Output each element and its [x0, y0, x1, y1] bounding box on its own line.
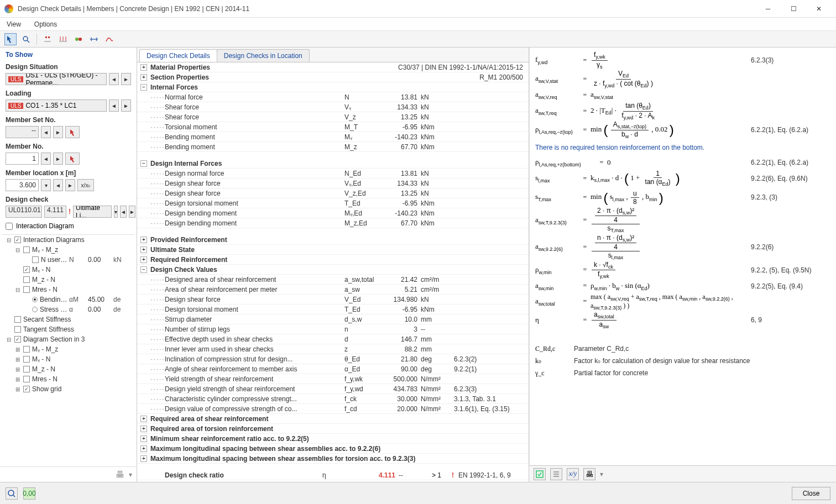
expander-icon[interactable]: +	[140, 74, 147, 81]
tree-checkbox[interactable]	[23, 366, 30, 372]
tree-expander[interactable]: ⊞	[14, 376, 21, 382]
tree-expander[interactable]: ⊞	[14, 366, 21, 372]
tab-design-check-details[interactable]: Design Check Details	[139, 49, 217, 62]
expander-icon[interactable]: +	[140, 237, 147, 243]
expander-icon[interactable]: +	[140, 416, 147, 422]
tree-radio[interactable]	[32, 307, 38, 312]
mn-prev-button[interactable]: ◄	[41, 153, 51, 165]
expander-icon[interactable]: +	[140, 246, 147, 253]
interaction-checkbox-input[interactable]	[6, 223, 13, 230]
tree-checkbox[interactable]	[14, 326, 21, 333]
tree-expander[interactable]: ⊟	[14, 247, 21, 253]
section-header[interactable]: +Required Reinforcement	[137, 255, 529, 265]
tree-expander[interactable]: ⊞	[14, 386, 21, 392]
ml-prev-button[interactable]: ◄	[53, 179, 63, 191]
tree-checkbox[interactable]	[23, 346, 30, 353]
section-header[interactable]: +Ultimate State	[137, 245, 529, 255]
section-header[interactable]: +Maximum longitudinal spacing between sh…	[137, 454, 529, 464]
design-situation-combo[interactable]: ULS DS1 - ULS (STR/GEO) - Permane...	[6, 73, 107, 85]
co-prev-button[interactable]: ◄	[109, 99, 119, 112]
rp-print-drop[interactable]: ▾	[600, 470, 603, 478]
tool-zoom-extents[interactable]	[20, 33, 32, 45]
expander-icon[interactable]: +	[140, 64, 147, 71]
section-header[interactable]: +Material PropertiesC30/37 | DIN EN 1992…	[137, 62, 529, 72]
tree-row[interactable]: ⊟Interaction Diagrams	[2, 235, 134, 245]
tree-row[interactable]: ⊟Mres - N	[2, 285, 134, 295]
ml-xx0-button[interactable]: x/x₀	[77, 179, 94, 191]
tree-row[interactable]: ⊟Diagram Section in 3	[2, 334, 134, 344]
tree-checkbox[interactable]	[14, 237, 21, 243]
expander-icon[interactable]: +	[140, 455, 147, 462]
dialog-close-button[interactable]: Close	[792, 487, 830, 500]
ms-next-button[interactable]: ►	[53, 126, 63, 138]
tree-row[interactable]: ⊟Mᵧ - M_z	[2, 245, 134, 255]
loading-combo[interactable]: ULS CO1 - 1.35 * LC1	[6, 99, 107, 112]
help-button[interactable]	[6, 487, 18, 500]
tree-row[interactable]: Stress plane aα0.00de	[2, 305, 134, 314]
expander-icon[interactable]: +	[140, 435, 147, 442]
rp-btn-2[interactable]	[550, 468, 562, 480]
dc-drop-button[interactable]: ▾	[114, 206, 118, 218]
tool-circles-icon[interactable]	[72, 33, 85, 45]
mn-next-button[interactable]: ►	[53, 153, 63, 165]
tree-row[interactable]: ⊞Mᵧ - M_z	[2, 344, 134, 354]
print-drop[interactable]: ▾	[129, 471, 132, 479]
ms-prev-button[interactable]: ◄	[41, 126, 51, 138]
member-no-input[interactable]	[6, 153, 39, 165]
member-set-input[interactable]: --	[6, 126, 39, 138]
tree-checkbox[interactable]	[14, 336, 21, 343]
expander-icon[interactable]: +	[140, 256, 147, 263]
dc-prev-button[interactable]: ◄	[120, 206, 127, 218]
tree-row[interactable]: ⊞M_z - N	[2, 364, 134, 374]
tree-expander[interactable]: ⊞	[14, 347, 21, 353]
tab-design-checks-location[interactable]: Design Checks in Location	[217, 49, 310, 62]
tree-row[interactable]: ⊞Mᵧ - N	[2, 354, 134, 364]
section-header[interactable]: −Design Check Values	[137, 265, 529, 275]
ds-next-button[interactable]: ►	[121, 73, 131, 85]
mn-pick-button[interactable]	[65, 153, 80, 165]
units-button[interactable]: 0,00	[23, 487, 35, 500]
tree-row[interactable]: M_z - N	[2, 275, 134, 285]
tree-checkbox[interactable]	[23, 386, 30, 392]
minimize-button[interactable]: ─	[755, 0, 781, 18]
tree-row[interactable]: Secant Stiffness	[2, 314, 134, 324]
ds-prev-button[interactable]: ◄	[109, 73, 119, 85]
expander-icon[interactable]: +	[140, 445, 147, 452]
tree-expander[interactable]: ⊟	[14, 287, 21, 293]
member-loc-input[interactable]	[6, 179, 39, 191]
section-header[interactable]: −Internal Forces	[137, 82, 529, 92]
print-icon[interactable]: 🖶	[116, 470, 124, 480]
expander-icon[interactable]: +	[140, 426, 147, 432]
ml-drop-button[interactable]: ▾	[41, 179, 51, 191]
tree-checkbox[interactable]	[23, 376, 30, 382]
section-header[interactable]: +Maximum longitudinal spacing between sh…	[137, 444, 529, 454]
interaction-checkbox[interactable]: Interaction Diagram	[6, 222, 131, 230]
section-header[interactable]: −Design Internal Forces	[137, 159, 529, 169]
tree-checkbox[interactable]	[14, 316, 21, 323]
expander-icon[interactable]: −	[140, 84, 147, 91]
tree-row[interactable]: Bending momαM45.00de	[2, 295, 134, 305]
co-next-button[interactable]: ►	[121, 99, 131, 112]
section-header[interactable]: +Section PropertiesR_M1 200/500	[137, 72, 529, 82]
section-header[interactable]: +Required area of shear reinforcement	[137, 414, 529, 424]
ml-next-button[interactable]: ►	[65, 179, 75, 191]
close-window-button[interactable]: ✕	[806, 0, 832, 18]
maximize-button[interactable]: ☐	[781, 0, 806, 18]
tool-dims-icon[interactable]	[88, 33, 100, 45]
tree-row[interactable]: Mᵧ - N	[2, 265, 134, 275]
menu-options[interactable]: Options	[34, 20, 57, 28]
tree-checkbox[interactable]	[23, 286, 30, 293]
ms-pick-button[interactable]	[65, 126, 80, 138]
tool-result-icon[interactable]	[103, 33, 116, 45]
tree-expander[interactable]: ⊞	[14, 356, 21, 363]
rp-btn-3[interactable]: x/y	[567, 468, 579, 480]
section-header[interactable]: +Minimum shear reinforcement ratio acc. …	[137, 434, 529, 444]
tree-checkbox[interactable]	[23, 266, 30, 273]
tree-checkbox[interactable]	[23, 356, 30, 363]
tree-checkbox[interactable]	[23, 276, 30, 283]
tree-row[interactable]: ⊞Show grid	[2, 384, 134, 394]
tree-checkbox[interactable]	[23, 246, 30, 253]
tree-checkbox[interactable]	[32, 256, 39, 263]
tree-row[interactable]: ⊞Mres - N	[2, 374, 134, 384]
rp-print-button[interactable]: 🖶	[583, 468, 595, 480]
